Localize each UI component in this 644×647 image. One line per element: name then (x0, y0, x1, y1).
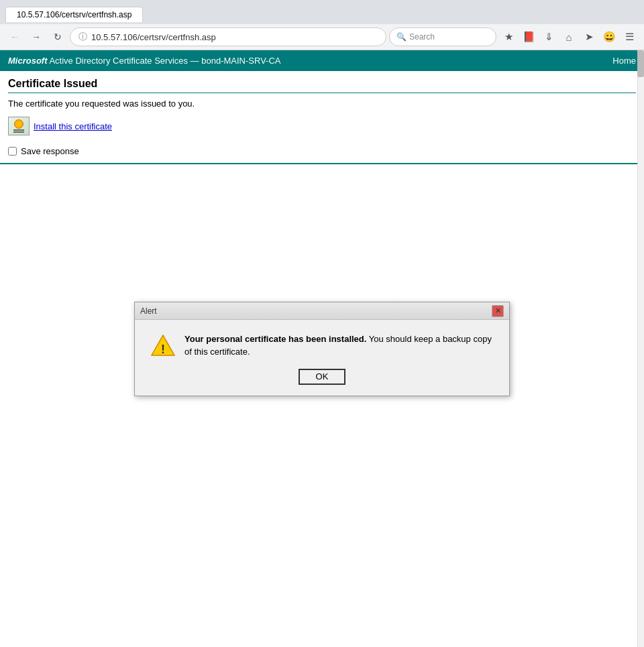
dialog-message-bold: Your personal certificate has been insta… (184, 334, 366, 344)
search-icon: 🔍 (396, 32, 407, 42)
dialog-body: ! Your personal certificate has been ins… (135, 320, 509, 395)
toolbar-icons: ★ 📕 ⇓ ⌂ ➤ 😀 ☰ (499, 27, 639, 46)
dialog-close-button[interactable]: ✕ (492, 305, 504, 317)
dialog-message-row: ! Your personal certificate has been ins… (151, 333, 493, 357)
warning-icon: ! (151, 333, 175, 357)
dialog-message-text: Your personal certificate has been insta… (184, 333, 493, 357)
dialog-titlebar: Alert ✕ (135, 302, 509, 320)
url-bar[interactable]: ⓘ 10.5.57.106/certsrv/certfnsh.asp (70, 27, 386, 46)
menu-button[interactable]: ☰ (620, 27, 639, 46)
tab-bar: 10.5.57.106/certsrv/certfnsh.asp (0, 0, 644, 24)
browser-chrome: 10.5.57.106/certsrv/certfnsh.asp ← → ↻ ⓘ… (0, 0, 644, 50)
warning-triangle-svg: ! (151, 333, 175, 357)
svg-text:!: ! (161, 343, 165, 356)
download-button[interactable]: ⇓ (539, 27, 558, 46)
alert-dialog: Alert ✕ ! Your personal certificate has … (134, 302, 510, 396)
avatar-button[interactable]: 😀 (600, 27, 619, 46)
page-content: Microsoft Active Directory Certificate S… (0, 50, 644, 647)
search-placeholder-text: Search (409, 32, 435, 42)
dialog-buttons: OK (299, 369, 345, 385)
ok-button[interactable]: OK (299, 369, 345, 385)
forward-button[interactable]: → (27, 27, 46, 46)
reading-list-button[interactable]: 📕 (519, 27, 538, 46)
send-button[interactable]: ➤ (580, 27, 598, 46)
active-tab[interactable]: 10.5.57.106/certsrv/certfnsh.asp (5, 7, 143, 22)
info-icon: ⓘ (78, 31, 87, 43)
search-bar[interactable]: 🔍 Search (389, 27, 496, 46)
home-button[interactable]: ⌂ (559, 27, 578, 46)
dialog-overlay: Alert ✕ ! Your personal certificate has … (0, 50, 644, 647)
back-button[interactable]: ← (5, 27, 24, 46)
reload-button[interactable]: ↻ (48, 27, 67, 46)
bookmark-star-button[interactable]: ★ (499, 27, 518, 46)
url-text: 10.5.57.106/certsrv/certfnsh.asp (91, 32, 378, 42)
toolbar: ← → ↻ ⓘ 10.5.57.106/certsrv/certfnsh.asp… (0, 24, 644, 50)
dialog-title: Alert (140, 306, 157, 316)
